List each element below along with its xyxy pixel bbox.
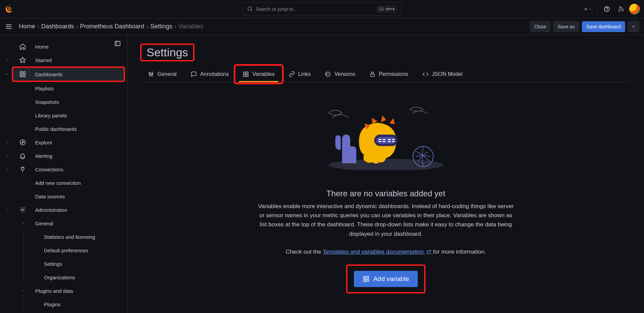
chevron-right-icon: › [146,23,148,30]
empty-state-description: Variables enable more interactive and dy… [258,202,514,238]
svg-point-31 [152,73,153,74]
help-icon[interactable] [601,3,613,15]
breadcrumb: Home › Dashboards › Prometheus Dashboard… [19,23,203,30]
tab-variables[interactable]: Variables [236,66,281,82]
chevron-right-icon: › [76,23,78,30]
save-dashboard-button[interactable]: Save dashboard [582,21,625,32]
chevron-down-icon [22,221,26,225]
svg-marker-24 [22,141,24,144]
tab-json-model[interactable]: JSON Model [416,66,469,82]
svg-rect-32 [244,72,246,74]
sidebar-item-admin-settings[interactable]: Settings [0,257,127,271]
chevron-right-icon: › [174,23,176,30]
svg-point-12 [619,11,619,11]
svg-rect-21 [20,75,22,77]
chevron-down-icon [5,208,11,212]
sidebar-item-administration[interactable]: Administration [0,203,127,217]
svg-rect-40 [379,139,381,140]
sidebar-item-playlists[interactable]: Playlists [0,82,127,95]
sidebar-item-add-connection[interactable]: Add new connection [0,176,127,190]
gear-icon [19,206,26,213]
sidebar-item-organizations[interactable]: Organizations [0,271,127,284]
save-as-button[interactable]: Save as [553,21,579,32]
svg-rect-42 [379,141,381,142]
chevron-right-icon [5,140,11,144]
grafana-logo-icon[interactable] [4,4,14,14]
svg-rect-7 [380,9,383,9]
svg-rect-47 [392,141,395,142]
external-link-icon [426,249,432,255]
page-title: Settings [147,46,188,59]
sidebar-item-starred[interactable]: Starred [0,53,127,67]
svg-marker-18 [20,57,26,63]
menu-toggle-icon[interactable] [3,21,15,33]
breadcrumb-settings[interactable]: Settings [150,23,172,30]
chevron-right-icon [5,154,11,158]
svg-rect-46 [388,141,391,142]
svg-rect-20 [23,72,25,74]
sidebar-item-connections[interactable]: Connections [0,163,127,176]
sliders-icon [148,71,154,77]
settings-tabs: General Annotations Variables Links Vers… [141,66,630,82]
sidebar-item-default-preferences[interactable]: Default preferences [0,244,127,257]
svg-line-2 [251,10,252,11]
chevron-down-icon [22,289,26,293]
global-search[interactable]: Search or jump to... ctrl+k [243,2,402,16]
sidebar-item-plugins-and-data[interactable]: Plugins and data [0,284,127,297]
svg-rect-44 [388,139,391,140]
svg-point-1 [248,7,252,10]
lock-icon [369,71,376,77]
svg-rect-39 [377,137,395,144]
sidebar-item-public-dashboards[interactable]: Public dashboards [0,122,127,136]
sidebar-item-library-panels[interactable]: Library panels [0,109,127,122]
svg-rect-22 [23,75,25,77]
sidebar-item-dashboards[interactable]: Dashboards [13,67,124,81]
breadcrumb-dashboards[interactable]: Dashboards [41,23,74,30]
svg-point-23 [20,140,25,145]
user-avatar[interactable] [629,4,640,15]
star-icon [19,57,26,63]
svg-rect-45 [392,139,395,140]
tab-versions[interactable]: Versions [318,66,362,82]
add-new-button[interactable] [582,3,594,15]
chevron-right-icon: › [37,23,39,30]
sidebar-item-statistics[interactable]: Statistics and licensing [0,230,127,244]
news-icon[interactable] [615,3,627,15]
templates-doc-link[interactable]: Templates and variables documentation [323,249,433,255]
collapse-up-button[interactable] [628,21,639,32]
code-icon [422,71,429,77]
breadcrumb-home[interactable]: Home [19,23,35,30]
sidebar-item-alerting[interactable]: Alerting [0,149,127,163]
svg-point-11 [607,10,607,10]
sidebar-item-plugins[interactable]: Plugins [0,297,127,311]
add-variable-button[interactable]: Add variable [354,271,418,287]
bell-icon [19,152,26,159]
dashboards-icon [19,71,26,78]
grid-icon [243,71,249,77]
svg-point-0 [8,7,11,10]
svg-point-25 [22,209,24,211]
sidebar-item-data-sources[interactable]: Data sources [0,190,127,203]
sidebar-item-home[interactable]: Home [0,40,127,53]
svg-rect-52 [366,279,368,281]
svg-rect-3 [379,7,384,10]
tab-links[interactable]: Links [282,66,317,82]
svg-rect-51 [363,279,365,281]
search-placeholder: Search or jump to... [256,6,377,12]
history-icon [325,71,331,77]
svg-point-29 [151,75,152,76]
tab-permissions[interactable]: Permissions [363,66,415,82]
sidebar-item-general[interactable]: General [0,217,127,230]
tab-annotations[interactable]: Annotations [184,66,236,82]
svg-rect-34 [244,75,246,77]
sidebar-item-explore[interactable]: Explore [0,136,127,149]
svg-rect-36 [370,74,374,77]
sidebar-item-snapshots[interactable]: Snapshots [0,95,127,109]
grid-icon [363,276,369,282]
chevron-down-icon [5,167,11,171]
breadcrumb-dashboard-name[interactable]: Prometheus Dashboard [80,23,144,30]
empty-state-doc-line: Check out the Templates and variables do… [286,249,486,255]
close-button[interactable]: Close [530,21,551,32]
breadcrumb-variables: Variables [178,23,203,30]
tab-general[interactable]: General [141,66,183,82]
